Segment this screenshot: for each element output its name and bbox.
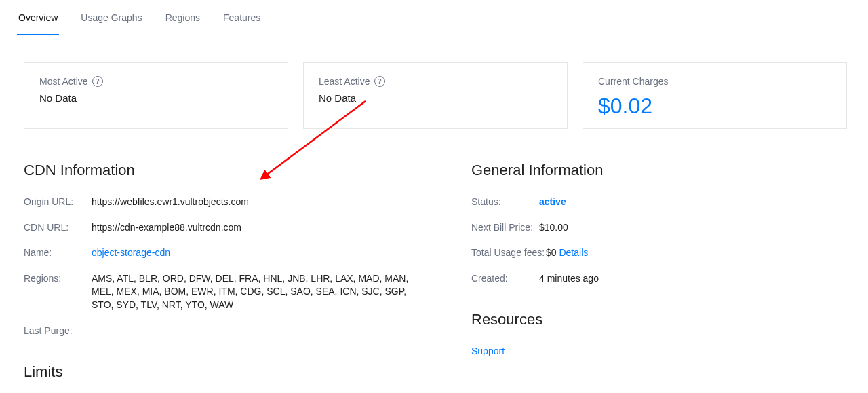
cdn-url-key: CDN URL: xyxy=(24,221,92,235)
status-key: Status: xyxy=(471,195,539,209)
least-active-value: No Data xyxy=(319,92,552,104)
regions-value: AMS, ATL, BLR, ORD, DFW, DEL, FRA, HNL, … xyxy=(92,272,431,312)
limits-heading: Limits xyxy=(24,363,431,381)
card-least-active: Least Active ? No Data xyxy=(303,62,568,129)
origin-url-key: Origin URL: xyxy=(24,195,92,209)
card-current-charges: Current Charges $0.02 xyxy=(583,62,847,129)
current-charges-label: Current Charges xyxy=(598,76,669,87)
name-key: Name: xyxy=(24,246,92,260)
cdn-url-value: https://cdn-example88.vultrcdn.com xyxy=(92,221,431,235)
origin-url-value: https://webfiles.ewr1.vultrobjects.com xyxy=(92,195,431,209)
summary-cards: Most Active ? No Data Least Active ? No … xyxy=(24,62,851,129)
created-value: 4 minutes ago xyxy=(539,272,776,286)
most-active-value: No Data xyxy=(39,92,273,104)
created-key: Created: xyxy=(471,272,539,286)
help-icon[interactable]: ? xyxy=(374,76,385,87)
usage-fees-value: $0 Details xyxy=(546,246,776,260)
usage-fees-details-link[interactable]: Details xyxy=(559,247,588,258)
general-info-heading: General Information xyxy=(471,162,776,179)
usage-fees-key: Total Usage fees: xyxy=(471,246,546,260)
last-purge-key: Last Purge: xyxy=(24,324,92,338)
card-most-active: Most Active ? No Data xyxy=(24,62,288,129)
status-value: active xyxy=(539,195,776,209)
regions-key: Regions: xyxy=(24,272,92,312)
resources-heading: Resources xyxy=(471,311,776,329)
support-link[interactable]: Support xyxy=(471,345,776,358)
usage-fees-amount: $0 xyxy=(546,247,557,258)
tab-features[interactable]: Features xyxy=(222,5,262,35)
tab-overview[interactable]: Overview xyxy=(17,5,59,35)
tab-usage-graphs[interactable]: Usage Graphs xyxy=(79,5,143,35)
next-bill-value: $10.00 xyxy=(539,221,776,235)
current-charges-value: $0.02 xyxy=(598,94,831,119)
next-bill-key: Next Bill Price: xyxy=(471,221,539,235)
least-active-label: Least Active xyxy=(319,76,370,87)
tab-bar: Overview Usage Graphs Regions Features xyxy=(0,5,868,35)
most-active-label: Most Active xyxy=(39,76,88,87)
cdn-info-heading: CDN Information xyxy=(24,162,431,179)
name-value-link[interactable]: object-storage-cdn xyxy=(92,246,431,260)
help-icon[interactable]: ? xyxy=(92,76,103,87)
last-purge-value xyxy=(92,324,431,338)
tab-regions[interactable]: Regions xyxy=(164,5,201,35)
